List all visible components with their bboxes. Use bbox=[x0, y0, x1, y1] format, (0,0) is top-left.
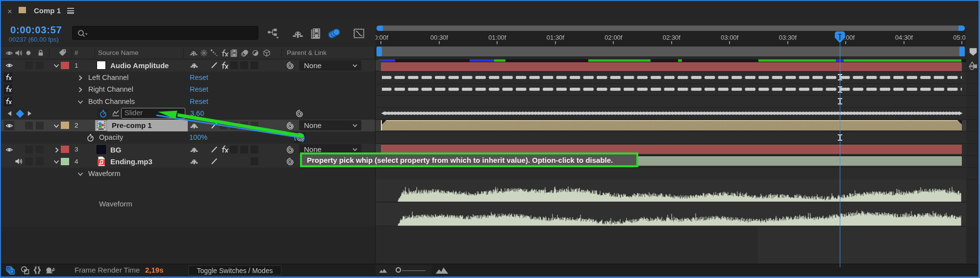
selected-name-cell[interactable]: Pre-comp 1 bbox=[107, 120, 188, 132]
graph-editor-button[interactable] bbox=[353, 27, 365, 40]
in-out-duration-pane-icon[interactable] bbox=[32, 266, 42, 275]
layer-name[interactable]: Ending.mp3 bbox=[110, 157, 152, 166]
eye-icon[interactable] bbox=[5, 62, 13, 69]
parent-pick-whip-icon[interactable] bbox=[286, 122, 295, 130]
property-row-waveform[interactable]: Waveform bbox=[0, 168, 375, 180]
quality-toggle-icon[interactable] bbox=[210, 146, 218, 153]
layer-row-pre-comp-1[interactable]: 2 Pre-comp 1 None bbox=[0, 120, 375, 132]
previous-keyframe-icon[interactable] bbox=[7, 111, 12, 116]
keyframes-slider[interactable] bbox=[381, 111, 963, 115]
video-column-icon[interactable] bbox=[5, 50, 13, 57]
number-column-header[interactable]: # bbox=[75, 49, 78, 56]
tab-close-icon[interactable]: × bbox=[6, 6, 14, 17]
quality-toggle-icon[interactable] bbox=[210, 61, 218, 69]
shy-column-icon[interactable] bbox=[190, 49, 198, 57]
layer-name[interactable]: BG bbox=[110, 146, 122, 154]
effects-column-icon[interactable] bbox=[220, 49, 229, 57]
shy-toggle-icon[interactable] bbox=[190, 157, 198, 165]
chevron-down-icon[interactable] bbox=[77, 171, 84, 177]
quality-column-icon[interactable] bbox=[210, 49, 218, 57]
solo-cell[interactable] bbox=[25, 122, 33, 129]
adjustment-cell[interactable] bbox=[251, 122, 258, 129]
keyframes-right-channel[interactable] bbox=[381, 87, 963, 91]
comp-marker-bin-icon[interactable] bbox=[969, 47, 978, 57]
zoom-in-mountain-icon[interactable] bbox=[434, 267, 450, 274]
audio-icon[interactable] bbox=[15, 157, 23, 165]
search-input[interactable] bbox=[72, 26, 258, 40]
source-name-column-header[interactable]: Source Name bbox=[98, 49, 139, 56]
motion-blur-button[interactable] bbox=[328, 28, 340, 39]
time-ruler[interactable]: 0:00f00:30f01:00f01:30f02:00f02:30f03:00… bbox=[376, 31, 965, 46]
toggle-switches-modes-button[interactable]: Toggle Switches / Modes bbox=[188, 265, 281, 276]
solo-cell[interactable] bbox=[25, 61, 33, 69]
playhead-marker[interactable] bbox=[834, 31, 846, 44]
quality-toggle-icon[interactable] bbox=[210, 157, 218, 165]
lock-cell[interactable] bbox=[36, 122, 44, 129]
effects-toggle-icon[interactable] bbox=[220, 145, 229, 153]
chevron-down-icon[interactable] bbox=[53, 158, 60, 165]
audio-column-icon[interactable] bbox=[15, 49, 23, 57]
layer-name[interactable]: Audio Amplitude bbox=[110, 61, 169, 70]
parent-dropdown[interactable]: None bbox=[299, 60, 361, 71]
shy-toggle-icon[interactable] bbox=[190, 146, 198, 153]
work-area-bar[interactable] bbox=[377, 47, 965, 56]
comp-flowchart-icon[interactable] bbox=[967, 61, 978, 71]
zoom-slider-knob[interactable] bbox=[396, 267, 401, 273]
motion-blur-cell[interactable] bbox=[240, 146, 248, 153]
collapse-column-icon[interactable] bbox=[200, 49, 208, 57]
comp-mini-flowchart-button[interactable] bbox=[268, 28, 280, 39]
hide-shy-layers-button[interactable] bbox=[292, 28, 304, 39]
chevron-right-icon[interactable] bbox=[77, 86, 84, 93]
scrollbar-right-handle[interactable] bbox=[958, 25, 965, 31]
effect-name[interactable]: Left Channel bbox=[88, 74, 128, 81]
effect-name[interactable]: Right Channel bbox=[88, 85, 133, 93]
parent-pick-whip-icon[interactable] bbox=[286, 157, 295, 166]
transfer-controls-pane-icon[interactable] bbox=[21, 266, 30, 275]
parent-dropdown[interactable]: None bbox=[299, 120, 361, 130]
solo-cell[interactable] bbox=[25, 146, 33, 153]
layer-bar-audio-amplitude[interactable] bbox=[381, 62, 962, 71]
shy-toggle-icon[interactable] bbox=[190, 61, 198, 69]
motion-blur-column-icon[interactable] bbox=[241, 49, 249, 57]
frame-blend-column-icon[interactable] bbox=[230, 49, 238, 57]
effect-name[interactable]: Both Channels bbox=[88, 98, 135, 105]
chevron-right-icon[interactable] bbox=[53, 147, 60, 153]
frame-blend-cell[interactable] bbox=[230, 122, 238, 129]
frame-blend-cell[interactable] bbox=[230, 146, 238, 153]
chevron-right-icon[interactable] bbox=[77, 75, 84, 81]
parent-pick-whip-icon[interactable] bbox=[286, 61, 295, 70]
current-time-display[interactable]: 0:00:03:57 bbox=[10, 24, 62, 36]
reset-link[interactable]: Reset bbox=[190, 74, 208, 81]
effects-cell[interactable] bbox=[220, 122, 227, 129]
label-column-icon[interactable] bbox=[58, 49, 67, 57]
label-color-swatch[interactable] bbox=[61, 62, 69, 69]
adjustment-cell[interactable] bbox=[251, 157, 258, 165]
property-row-slider[interactable]: Slider 3,60 bbox=[0, 107, 375, 120]
group-name[interactable]: Waveform bbox=[88, 170, 121, 177]
quality-toggle-icon[interactable] bbox=[210, 122, 218, 129]
lock-cell[interactable] bbox=[36, 157, 44, 165]
adjustment-cell[interactable] bbox=[251, 61, 258, 69]
adjustment-column-icon[interactable] bbox=[251, 49, 259, 57]
label-color-swatch[interactable] bbox=[61, 122, 69, 129]
frame-blending-button[interactable] bbox=[311, 27, 322, 39]
keyframes-left-channel[interactable] bbox=[381, 76, 963, 79]
scrollbar-left-handle[interactable] bbox=[377, 25, 383, 31]
parent-link-column-header[interactable]: Parent & Link bbox=[287, 49, 327, 56]
reset-link[interactable]: Reset bbox=[190, 85, 208, 93]
opacity-value[interactable]: 100% bbox=[189, 133, 207, 141]
property-name[interactable]: Opacity bbox=[99, 133, 123, 141]
lock-column-icon[interactable] bbox=[37, 49, 45, 57]
stopwatch-icon[interactable] bbox=[86, 133, 95, 142]
work-area-end-handle[interactable] bbox=[959, 47, 965, 56]
next-keyframe-icon[interactable] bbox=[27, 111, 32, 116]
reset-link[interactable]: Reset bbox=[190, 98, 208, 105]
slider-value[interactable]: 3,60 bbox=[190, 109, 204, 117]
parent-pick-whip-icon[interactable] bbox=[286, 146, 295, 154]
adjustment-cell[interactable] bbox=[251, 146, 258, 153]
eye-icon[interactable] bbox=[5, 122, 13, 129]
label-color-swatch[interactable] bbox=[61, 158, 69, 165]
panel-menu-icon[interactable] bbox=[67, 8, 74, 13]
chevron-down-icon[interactable] bbox=[77, 99, 84, 105]
zoom-slider-track[interactable] bbox=[402, 270, 426, 271]
